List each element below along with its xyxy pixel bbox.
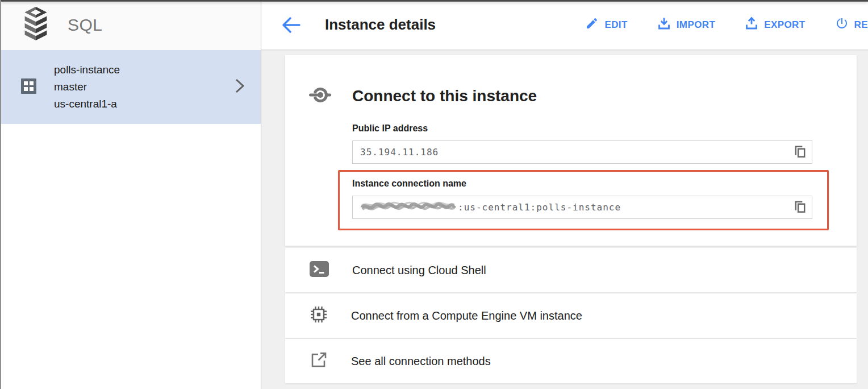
row-label: See all connection methods: [351, 355, 491, 368]
connect-plug-icon: [309, 84, 332, 109]
cloud-shell-terminal-icon: [310, 260, 329, 280]
product-name: SQL: [68, 15, 103, 35]
content: Connect to this instance Public IP addre…: [261, 50, 868, 383]
row-label: Connect from a Compute Engine VM instanc…: [351, 309, 582, 322]
restart-power-icon: [835, 16, 849, 33]
connect-cloud-shell-row[interactable]: Connect using Cloud Shell: [285, 248, 857, 292]
restart-button[interactable]: RE: [835, 16, 868, 33]
chevron-right-icon[interactable]: [233, 78, 246, 96]
cloud-sql-app: SQL polls-instance master us-central1-a: [0, 0, 868, 389]
header-actions: EDIT IMPORT: [556, 16, 868, 33]
restart-label: RE: [854, 19, 868, 31]
sidebar-item-polls-instance[interactable]: polls-instance master us-central1-a: [0, 50, 261, 124]
card-title: Connect to this instance: [352, 87, 537, 105]
connection-name-field: Instance connection name :us-central1:po…: [352, 179, 812, 219]
back-arrow-icon[interactable]: [281, 16, 301, 34]
instance-role: master: [54, 78, 120, 96]
connect-card: Connect to this instance Public IP addre…: [285, 55, 857, 246]
import-button[interactable]: IMPORT: [657, 16, 716, 33]
card-title-row: Connect to this instance: [285, 84, 857, 109]
public-ip-value: 35.194.11.186: [360, 147, 439, 158]
import-label: IMPORT: [677, 19, 716, 31]
page-header: Instance details EDIT: [261, 0, 868, 50]
open-in-new-icon: [310, 351, 328, 371]
main-area: Instance details EDIT: [261, 0, 868, 389]
connection-name-value-box[interactable]: :us-central1:polls-instance: [352, 196, 812, 219]
instance-grid-icon: [21, 78, 36, 96]
connection-name-label: Instance connection name: [352, 179, 812, 189]
redacted-scribble: [360, 200, 457, 215]
connect-compute-engine-row[interactable]: Connect from a Compute Engine VM instanc…: [285, 293, 857, 338]
window-top-edge: [0, 0, 868, 2]
export-label: EXPORT: [764, 19, 805, 31]
connection-name-visible-value: :us-central1:polls-instance: [458, 202, 621, 213]
copy-icon[interactable]: [792, 200, 808, 216]
sidebar: SQL polls-instance master us-central1-a: [0, 0, 261, 389]
see-all-connection-methods-row[interactable]: See all connection methods: [285, 339, 857, 383]
sidebar-header: SQL: [0, 0, 261, 50]
page-title: Instance details: [325, 16, 436, 34]
public-ip-value-box[interactable]: 35.194.11.186: [352, 140, 812, 164]
copy-icon[interactable]: [792, 144, 808, 160]
public-ip-label: Public IP address: [352, 123, 812, 134]
instance-name: polls-instance: [54, 61, 120, 78]
sql-stack-logo-icon: [21, 7, 51, 43]
export-button[interactable]: EXPORT: [745, 16, 805, 33]
compute-engine-chip-icon: [310, 305, 328, 326]
export-upload-icon: [745, 16, 758, 33]
public-ip-field: Public IP address 35.194.11.186: [352, 123, 812, 164]
instance-zone: us-central1-a: [54, 96, 120, 113]
window-left-edge: [0, 0, 1, 389]
row-label: Connect using Cloud Shell: [352, 264, 486, 277]
red-annotation-box: Instance connection name :us-central1:po…: [338, 170, 829, 230]
edit-label: EDIT: [604, 19, 627, 31]
instance-summary: polls-instance master us-central1-a: [54, 61, 120, 113]
pencil-icon: [585, 16, 599, 33]
edit-button[interactable]: EDIT: [585, 16, 627, 33]
import-download-icon: [657, 16, 671, 33]
